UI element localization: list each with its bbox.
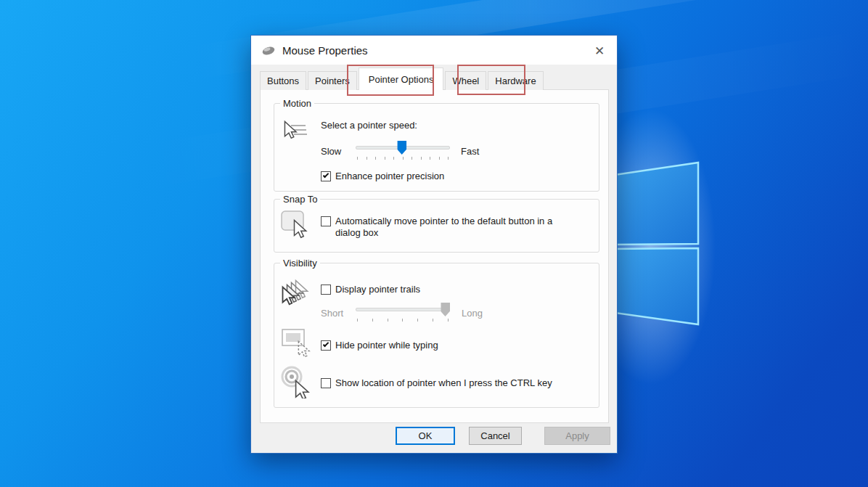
window-title: Mouse Properties xyxy=(282,44,368,57)
title-bar: Mouse Properties ✕ xyxy=(251,36,617,65)
cancel-button[interactable]: Cancel xyxy=(469,427,522,445)
slider-thumb[interactable] xyxy=(397,141,406,155)
display-trails-label: Display pointer trails xyxy=(335,284,420,295)
slider-ticks xyxy=(357,157,449,160)
mouse-icon xyxy=(261,45,276,56)
auto-move-label: Automatically move pointer to the defaul… xyxy=(335,216,552,239)
apply-button[interactable]: Apply xyxy=(544,427,610,445)
show-location-icon xyxy=(280,365,312,398)
display-trails-checkbox[interactable] xyxy=(321,285,331,295)
enhance-precision-row: Enhance pointer precision xyxy=(321,171,444,182)
pointer-speed-slider[interactable] xyxy=(356,141,450,161)
motion-group: Motion Select a pointer speed: Slow xyxy=(274,103,599,192)
speed-fast-label: Fast xyxy=(461,146,479,157)
trails-long-label: Long xyxy=(462,308,483,319)
slider-thumb[interactable] xyxy=(441,303,450,316)
slider-ticks xyxy=(357,319,449,322)
close-button[interactable]: ✕ xyxy=(588,41,611,60)
hide-pointer-checkbox[interactable] xyxy=(321,340,331,351)
snap-to-group-label: Snap To xyxy=(280,194,320,205)
auto-move-row: Automatically move pointer to the defaul… xyxy=(321,216,586,239)
snap-to-group: Snap To Automatically move pointer to th… xyxy=(274,199,599,253)
hide-pointer-label: Hide pointer while typing xyxy=(335,340,438,351)
slider-track[interactable] xyxy=(356,308,450,311)
speed-slow-label: Slow xyxy=(321,146,341,157)
trails-short-label: Short xyxy=(321,308,343,319)
ok-button[interactable]: OK xyxy=(396,427,455,445)
auto-move-checkbox[interactable] xyxy=(321,216,331,226)
enhance-precision-label: Enhance pointer precision xyxy=(335,171,444,182)
pointer-trails-slider[interactable] xyxy=(356,303,450,323)
display-trails-row: Display pointer trails xyxy=(321,284,420,295)
snap-to-icon xyxy=(280,210,312,242)
tab-buttons[interactable]: Buttons xyxy=(260,71,306,90)
pointer-trails-icon xyxy=(280,277,311,306)
visibility-group: Visibility Display pointer trails Short xyxy=(274,263,599,408)
mouse-properties-dialog: Mouse Properties ✕ Buttons Pointers Poin… xyxy=(250,35,618,454)
pointer-speed-icon xyxy=(282,118,308,143)
hide-pointer-icon xyxy=(282,329,312,358)
show-location-checkbox[interactable] xyxy=(321,378,331,388)
hide-pointer-row: Hide pointer while typing xyxy=(321,340,438,351)
pointer-options-tab-page: Motion Select a pointer speed: Slow xyxy=(260,89,609,423)
checkmark-icon xyxy=(323,172,329,178)
motion-group-label: Motion xyxy=(280,98,314,109)
enhance-precision-checkbox[interactable] xyxy=(321,171,331,181)
checkmark-icon xyxy=(323,341,329,347)
tab-hardware[interactable]: Hardware xyxy=(488,71,543,90)
visibility-group-label: Visibility xyxy=(280,258,320,269)
show-location-label: Show location of pointer when I press th… xyxy=(335,377,552,389)
tab-pointers[interactable]: Pointers xyxy=(308,71,357,90)
pointer-speed-label: Select a pointer speed: xyxy=(321,120,417,131)
show-location-row: Show location of pointer when I press th… xyxy=(321,377,552,389)
tab-pointer-options[interactable]: Pointer Options xyxy=(359,67,444,90)
tab-strip: Buttons Pointers Pointer Options Wheel H… xyxy=(260,67,545,90)
tab-wheel[interactable]: Wheel xyxy=(445,71,486,90)
